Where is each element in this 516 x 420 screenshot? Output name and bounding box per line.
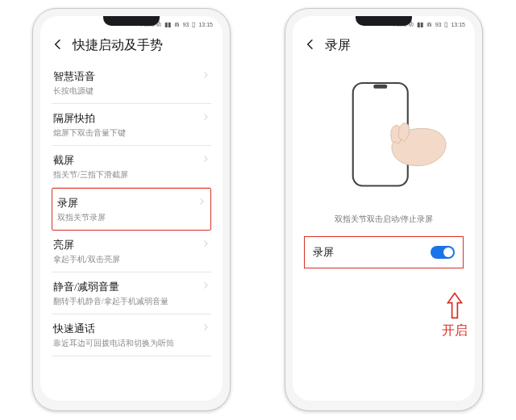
settings-item-subtitle: 长按电源键: [53, 85, 95, 97]
settings-item-title: 截屏: [53, 153, 128, 168]
settings-item[interactable]: 智慧语音长按电源键: [52, 62, 211, 104]
page-title: 录屏: [325, 37, 351, 54]
phone-notch: [356, 16, 412, 26]
chevron-right-icon: [202, 238, 210, 247]
chevron-right-icon: [198, 196, 206, 206]
settings-list: 智慧语音长按电源键隔屏快拍熄屏下双击音量下键截屏指关节/三指下滑截屏录屏双指关节…: [40, 62, 223, 356]
phone-right: 中国移动 ▮▮ ⋒ 93 ▯ 13:15 录屏: [285, 8, 483, 411]
settings-item-subtitle: 翻转手机静音/拿起手机减弱音量: [53, 296, 169, 307]
settings-item-title: 智慧语音: [53, 69, 95, 84]
settings-item[interactable]: 隔屏快拍熄屏下双击音量下键: [52, 104, 211, 146]
settings-item[interactable]: 快速通话靠近耳边可回拨电话和切换为听筒: [52, 314, 211, 356]
settings-item[interactable]: 亮屏拿起手机/双击亮屏: [52, 231, 211, 272]
settings-item[interactable]: 录屏双指关节录屏: [52, 188, 211, 231]
page-header: 快捷启动及手势: [40, 32, 223, 62]
settings-item-subtitle: 指关节/三指下滑截屏: [53, 169, 128, 181]
signal-icon: ▮▮: [417, 21, 423, 28]
settings-item-title: 亮屏: [53, 238, 120, 252]
gesture-illustration: [293, 65, 475, 210]
chevron-right-icon: [202, 322, 210, 331]
chevron-right-icon: [202, 153, 210, 163]
phone-notch: [103, 16, 160, 26]
chevron-right-icon: [202, 280, 210, 289]
back-button[interactable]: [52, 38, 64, 54]
annotation-enable: 开启: [442, 292, 468, 339]
back-button[interactable]: [304, 38, 317, 54]
annotation-label: 开启: [442, 322, 468, 339]
settings-item-subtitle: 双指关节录屏: [57, 212, 106, 223]
status-time: 13:15: [451, 22, 465, 27]
settings-item-title: 快速通话: [53, 322, 174, 336]
phone-left: 中国移动 ▮▮ ⋒ 93 ▯ 13:15 快捷启动及手势 智慧语音长按电源键隔屏…: [32, 8, 231, 411]
settings-item-subtitle: 靠近耳边可回拨电话和切换为听筒: [53, 338, 174, 349]
settings-item-subtitle: 拿起手机/双击亮屏: [53, 254, 120, 265]
battery-icon: ▯: [192, 21, 195, 28]
chevron-right-icon: [202, 111, 210, 121]
record-toggle-label: 录屏: [313, 245, 334, 260]
svg-rect-1: [373, 85, 387, 89]
wifi-icon: ⋒: [174, 21, 180, 28]
settings-item[interactable]: 截屏指关节/三指下滑截屏: [52, 146, 211, 188]
record-toggle-switch[interactable]: [431, 246, 455, 259]
settings-item-subtitle: 熄屏下双击音量下键: [53, 127, 126, 139]
page-header: 录屏: [293, 32, 475, 62]
wifi-icon: ⋒: [427, 21, 432, 28]
chevron-right-icon: [202, 69, 210, 79]
record-toggle-row[interactable]: 录屏: [304, 236, 464, 268]
status-battery: 93: [183, 22, 189, 27]
status-battery: 93: [435, 22, 442, 27]
battery-icon: ▯: [444, 21, 447, 28]
settings-item[interactable]: 静音/减弱音量翻转手机静音/拿起手机减弱音量: [52, 272, 211, 314]
settings-item-title: 静音/减弱音量: [53, 280, 169, 294]
settings-item-title: 录屏: [57, 196, 106, 210]
screen-right: 中国移动 ▮▮ ⋒ 93 ▯ 13:15 录屏: [293, 16, 475, 401]
screen-left: 中国移动 ▮▮ ⋒ 93 ▯ 13:15 快捷启动及手势 智慧语音长按电源键隔屏…: [40, 16, 223, 401]
status-time: 13:15: [198, 22, 213, 27]
arrow-up-icon: [446, 292, 464, 319]
gesture-caption: 双指关节双击启动/停止录屏: [293, 210, 475, 236]
signal-icon: ▮▮: [164, 21, 171, 28]
settings-item-title: 隔屏快拍: [53, 111, 126, 126]
page-title: 快捷启动及手势: [73, 37, 163, 54]
